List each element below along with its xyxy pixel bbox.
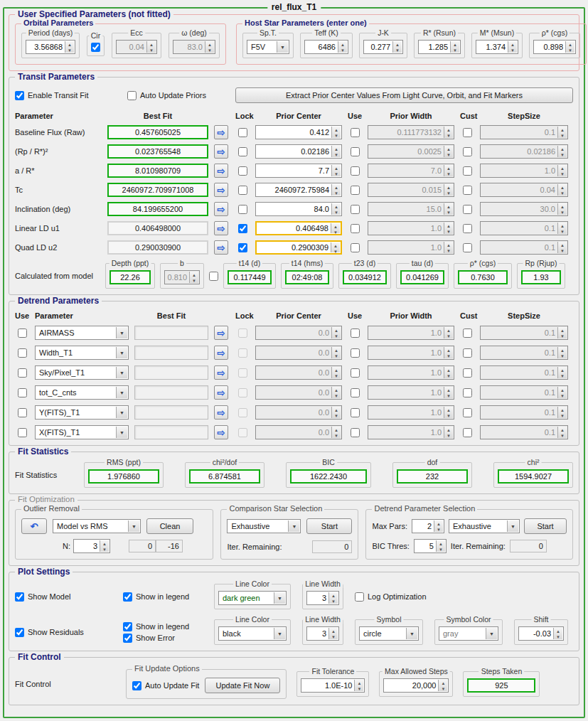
cust-stepsize-checkbox[interactable]	[463, 368, 472, 378]
show-model-checkbox[interactable]	[15, 592, 24, 602]
symbol-combo[interactable]: circle	[359, 626, 419, 641]
comparison-start-button[interactable]: Start	[306, 518, 352, 534]
cust-stepsize-checkbox[interactable]	[463, 428, 472, 437]
lock-checkbox[interactable]	[238, 147, 247, 156]
lock-checkbox[interactable]	[238, 186, 247, 195]
prior-center-spinner[interactable]: 0.2900309	[255, 240, 342, 255]
use-prior-checkbox[interactable]	[351, 166, 360, 176]
use-prior-checkbox[interactable]	[351, 128, 360, 137]
shift-spinner[interactable]: -0.03	[518, 626, 564, 641]
update-fit-now-button[interactable]: Update Fit Now	[205, 678, 280, 693]
extract-prior-values-button[interactable]: Extract Prior Center Values From Light C…	[235, 87, 573, 103]
max-allowed-steps-spinner[interactable]: 20,000	[383, 678, 449, 693]
copy-to-prior-button[interactable]: ⇨	[214, 240, 228, 255]
enable-transit-fit-checkbox[interactable]	[15, 91, 24, 100]
prior-center-spinner[interactable]: 0.0	[255, 346, 342, 360]
mstar-spinner[interactable]: 1.374	[476, 40, 518, 54]
auto-update-fit-checkbox[interactable]	[132, 681, 141, 690]
prior-center-spinner[interactable]: 0.0	[255, 425, 342, 439]
detrend-parameter-combo[interactable]: Sky/Pixel_T1	[35, 365, 129, 380]
cust-stepsize-checkbox[interactable]	[463, 408, 472, 417]
lock-checkbox[interactable]	[238, 128, 247, 137]
prior-center-spinner[interactable]: 0.0	[255, 365, 342, 380]
lock-checkbox[interactable]	[238, 224, 247, 233]
prior-center-spinner[interactable]: 7.7	[255, 164, 342, 178]
lock-checkbox[interactable]	[238, 243, 247, 252]
prior-center-spinner[interactable]: 0.0	[255, 326, 342, 340]
use-prior-checkbox[interactable]	[351, 408, 360, 417]
use-detrend-checkbox[interactable]	[18, 408, 27, 417]
residuals-show-in-legend-checkbox[interactable]	[123, 622, 132, 631]
prior-center-spinner[interactable]: 0.0	[255, 405, 342, 420]
comparison-mode-combo[interactable]: Exhaustive	[227, 519, 301, 533]
copy-to-prior-button[interactable]: ⇨	[214, 405, 228, 420]
detrend-parameter-combo[interactable]: AIRMASS	[35, 326, 129, 340]
use-prior-checkbox[interactable]	[351, 147, 360, 156]
residuals-line-width-spinner[interactable]: 3	[306, 626, 339, 641]
cust-stepsize-checkbox[interactable]	[463, 329, 472, 338]
impact-parameter-lock-checkbox[interactable]	[209, 272, 218, 281]
undo-clean-button[interactable]: ↶	[21, 518, 47, 534]
cust-stepsize-checkbox[interactable]	[463, 205, 472, 214]
rho-star-spinner[interactable]: 0.898	[533, 40, 576, 54]
copy-to-prior-button[interactable]: ⇨	[214, 202, 228, 216]
spectral-type-combo[interactable]: F5V	[247, 40, 289, 54]
use-prior-checkbox[interactable]	[351, 205, 360, 214]
circular-orbit-checkbox[interactable]	[91, 43, 100, 52]
jk-spinner[interactable]: 0.277	[363, 40, 403, 54]
copy-to-prior-button[interactable]: ⇨	[214, 385, 228, 400]
cust-stepsize-checkbox[interactable]	[463, 166, 472, 176]
cust-stepsize-checkbox[interactable]	[463, 243, 472, 252]
cust-stepsize-checkbox[interactable]	[463, 348, 472, 358]
use-prior-checkbox[interactable]	[351, 329, 360, 338]
clean-button[interactable]: Clean	[146, 518, 193, 534]
cust-stepsize-checkbox[interactable]	[463, 186, 472, 195]
copy-to-prior-button[interactable]: ⇨	[214, 425, 228, 439]
detrend-mode-combo[interactable]: Exhaustive	[449, 519, 520, 533]
residuals-line-color-combo[interactable]: black	[218, 626, 287, 641]
copy-to-prior-button[interactable]: ⇨	[214, 125, 228, 139]
period-spinner[interactable]: 3.56868	[26, 40, 75, 54]
copy-to-prior-button[interactable]: ⇨	[214, 144, 228, 159]
use-prior-checkbox[interactable]	[351, 388, 360, 397]
prior-center-spinner[interactable]: 0.02186	[255, 144, 342, 159]
cust-stepsize-checkbox[interactable]	[463, 128, 472, 137]
outlier-method-combo[interactable]: Model vs RMS	[53, 519, 141, 533]
teff-spinner[interactable]: 6486	[304, 40, 348, 54]
copy-to-prior-button[interactable]: ⇨	[214, 365, 228, 380]
detrend-parameter-combo[interactable]: tot_C_cnts	[35, 385, 129, 400]
show-residuals-checkbox[interactable]	[15, 628, 24, 637]
copy-to-prior-button[interactable]: ⇨	[214, 164, 228, 178]
use-detrend-checkbox[interactable]	[18, 368, 27, 378]
copy-to-prior-button[interactable]: ⇨	[214, 326, 228, 340]
detrend-start-button[interactable]: Start	[524, 518, 567, 534]
copy-to-prior-button[interactable]: ⇨	[214, 346, 228, 360]
model-line-color-combo[interactable]: dark green	[218, 591, 287, 605]
use-prior-checkbox[interactable]	[351, 368, 360, 378]
use-detrend-checkbox[interactable]	[18, 329, 27, 338]
use-prior-checkbox[interactable]	[351, 243, 360, 252]
cust-stepsize-checkbox[interactable]	[463, 147, 472, 156]
use-prior-checkbox[interactable]	[351, 348, 360, 358]
cust-stepsize-checkbox[interactable]	[463, 388, 472, 397]
prior-center-spinner[interactable]: 0.412	[255, 125, 342, 139]
fit-tolerance-spinner[interactable]: 1.0E-10	[301, 678, 365, 693]
rstar-spinner[interactable]: 1.285	[418, 40, 461, 54]
use-prior-checkbox[interactable]	[351, 224, 360, 233]
prior-center-spinner[interactable]: 0.0	[255, 385, 342, 400]
copy-to-prior-button[interactable]: ⇨	[214, 183, 228, 197]
bic-thres-spinner[interactable]: 5	[414, 539, 447, 553]
detrend-parameter-combo[interactable]: Width_T1	[35, 346, 129, 360]
prior-center-spinner[interactable]: 84.0	[255, 202, 342, 216]
cust-stepsize-checkbox[interactable]	[463, 224, 472, 233]
lock-checkbox[interactable]	[238, 166, 247, 176]
detrend-parameter-combo[interactable]: Y(FITS)_T1	[35, 405, 129, 420]
use-prior-checkbox[interactable]	[351, 428, 360, 437]
use-prior-checkbox[interactable]	[351, 186, 360, 195]
max-pars-spinner[interactable]: 2	[412, 519, 444, 533]
n-spinner[interactable]: 3	[73, 539, 110, 553]
show-error-checkbox[interactable]	[123, 634, 132, 643]
lock-checkbox[interactable]	[238, 205, 247, 214]
model-line-width-spinner[interactable]: 3	[306, 591, 339, 605]
use-detrend-checkbox[interactable]	[18, 388, 27, 397]
